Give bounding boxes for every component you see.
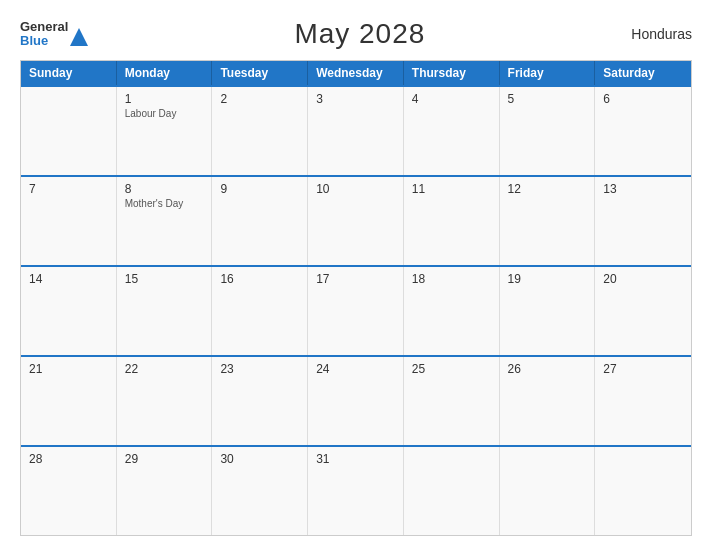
day-headers: Sunday Monday Tuesday Wednesday Thursday… xyxy=(21,61,691,85)
date-30: 30 xyxy=(220,452,299,466)
date-20: 20 xyxy=(603,272,683,286)
calendar-page: General Blue May 2028 Honduras Sunday Mo… xyxy=(0,0,712,550)
date-15: 15 xyxy=(125,272,204,286)
cell-w4-tue: 23 xyxy=(212,357,308,445)
cell-w1-sat: 6 xyxy=(595,87,691,175)
header-monday: Monday xyxy=(117,61,213,85)
cell-w1-sun xyxy=(21,87,117,175)
date-25: 25 xyxy=(412,362,491,376)
cell-w4-thu: 25 xyxy=(404,357,500,445)
cell-w1-thu: 4 xyxy=(404,87,500,175)
header-friday: Friday xyxy=(500,61,596,85)
cell-w1-wed: 3 xyxy=(308,87,404,175)
date-26: 26 xyxy=(508,362,587,376)
logo: General Blue xyxy=(20,20,88,49)
calendar-grid: 1 Labour Day 2 3 4 5 6 xyxy=(21,85,691,535)
cell-w5-thu xyxy=(404,447,500,535)
week-row-5: 28 29 30 31 xyxy=(21,445,691,535)
cell-w4-fri: 26 xyxy=(500,357,596,445)
date-28: 28 xyxy=(29,452,108,466)
week-row-3: 14 15 16 17 18 19 20 xyxy=(21,265,691,355)
cell-w4-sun: 21 xyxy=(21,357,117,445)
date-22: 22 xyxy=(125,362,204,376)
week-row-4: 21 22 23 24 25 26 27 xyxy=(21,355,691,445)
cell-w5-wed: 31 xyxy=(308,447,404,535)
cell-w4-mon: 22 xyxy=(117,357,213,445)
country-label: Honduras xyxy=(631,26,692,42)
date-5: 5 xyxy=(508,92,587,106)
cell-w3-tue: 16 xyxy=(212,267,308,355)
cell-w3-mon: 15 xyxy=(117,267,213,355)
cell-w3-wed: 17 xyxy=(308,267,404,355)
date-4: 4 xyxy=(412,92,491,106)
cell-w2-mon: 8 Mother's Day xyxy=(117,177,213,265)
date-12: 12 xyxy=(508,182,587,196)
header: General Blue May 2028 Honduras xyxy=(20,18,692,50)
date-1: 1 xyxy=(125,92,204,106)
cell-w2-thu: 11 xyxy=(404,177,500,265)
date-27: 27 xyxy=(603,362,683,376)
cell-w5-tue: 30 xyxy=(212,447,308,535)
date-16: 16 xyxy=(220,272,299,286)
date-7: 7 xyxy=(29,182,108,196)
header-thursday: Thursday xyxy=(404,61,500,85)
date-14: 14 xyxy=(29,272,108,286)
cell-w5-sun: 28 xyxy=(21,447,117,535)
date-23: 23 xyxy=(220,362,299,376)
date-31: 31 xyxy=(316,452,395,466)
date-6: 6 xyxy=(603,92,683,106)
cell-w3-fri: 19 xyxy=(500,267,596,355)
event-mothers-day: Mother's Day xyxy=(125,198,204,209)
cell-w4-sat: 27 xyxy=(595,357,691,445)
cell-w3-sun: 14 xyxy=(21,267,117,355)
header-sunday: Sunday xyxy=(21,61,117,85)
date-18: 18 xyxy=(412,272,491,286)
cell-w3-thu: 18 xyxy=(404,267,500,355)
date-2: 2 xyxy=(220,92,299,106)
cell-w5-mon: 29 xyxy=(117,447,213,535)
cell-w5-fri xyxy=(500,447,596,535)
cell-w2-wed: 10 xyxy=(308,177,404,265)
date-17: 17 xyxy=(316,272,395,286)
week-row-2: 7 8 Mother's Day 9 10 11 12 xyxy=(21,175,691,265)
cell-w3-sat: 20 xyxy=(595,267,691,355)
date-3: 3 xyxy=(316,92,395,106)
cell-w2-tue: 9 xyxy=(212,177,308,265)
header-tuesday: Tuesday xyxy=(212,61,308,85)
logo-general: General xyxy=(20,20,68,34)
date-29: 29 xyxy=(125,452,204,466)
cell-w1-fri: 5 xyxy=(500,87,596,175)
logo-blue: Blue xyxy=(20,34,68,48)
date-11: 11 xyxy=(412,182,491,196)
cell-w2-sun: 7 xyxy=(21,177,117,265)
date-13: 13 xyxy=(603,182,683,196)
cell-w1-mon: 1 Labour Day xyxy=(117,87,213,175)
date-9: 9 xyxy=(220,182,299,196)
cell-w2-fri: 12 xyxy=(500,177,596,265)
date-24: 24 xyxy=(316,362,395,376)
logo-triangle-icon xyxy=(70,28,88,46)
header-saturday: Saturday xyxy=(595,61,691,85)
event-labour-day: Labour Day xyxy=(125,108,204,119)
date-21: 21 xyxy=(29,362,108,376)
cell-w2-sat: 13 xyxy=(595,177,691,265)
cell-w1-tue: 2 xyxy=(212,87,308,175)
cell-w4-wed: 24 xyxy=(308,357,404,445)
cell-w5-sat xyxy=(595,447,691,535)
date-10: 10 xyxy=(316,182,395,196)
week-row-1: 1 Labour Day 2 3 4 5 6 xyxy=(21,85,691,175)
header-wednesday: Wednesday xyxy=(308,61,404,85)
date-19: 19 xyxy=(508,272,587,286)
month-title: May 2028 xyxy=(294,18,425,50)
date-8: 8 xyxy=(125,182,204,196)
calendar: Sunday Monday Tuesday Wednesday Thursday… xyxy=(20,60,692,536)
